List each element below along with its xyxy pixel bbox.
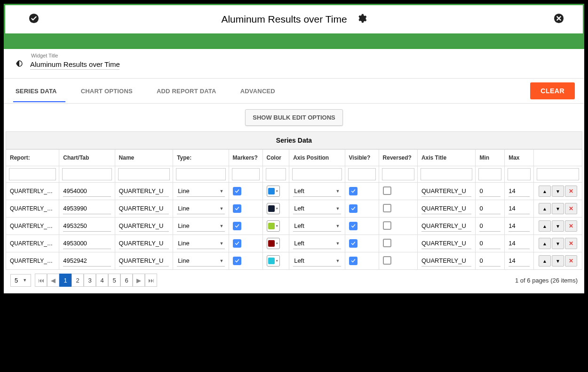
min-input[interactable]: [479, 220, 501, 232]
pager-prev[interactable]: ◀: [47, 274, 59, 287]
filter-input[interactable]: [62, 168, 111, 180]
filter-input[interactable]: [176, 168, 225, 180]
axis-title-input[interactable]: [421, 220, 472, 232]
move-down-button[interactable]: ▼: [552, 238, 564, 249]
filter-input[interactable]: [382, 168, 414, 180]
name-input[interactable]: [119, 220, 169, 232]
pager-page-2[interactable]: 2: [72, 274, 84, 287]
col-header[interactable]: Max: [505, 150, 534, 166]
max-input[interactable]: [509, 186, 530, 197]
move-down-button[interactable]: ▼: [552, 255, 564, 267]
filter-input[interactable]: [118, 168, 170, 180]
color-picker[interactable]: ▾: [267, 186, 280, 197]
filter-input[interactable]: [266, 168, 286, 180]
axis-position-select[interactable]: Left▼: [293, 203, 341, 214]
min-input[interactable]: [479, 238, 501, 249]
filter-input[interactable]: [292, 168, 342, 180]
checkbox-checked[interactable]: [233, 257, 241, 265]
type-select[interactable]: Line▼: [177, 203, 224, 214]
checkbox-unchecked[interactable]: [383, 221, 391, 230]
axis-title-input[interactable]: [421, 203, 472, 214]
filter-input[interactable]: [508, 168, 531, 180]
move-up-button[interactable]: ▲: [539, 186, 551, 197]
move-up-button[interactable]: ▲: [539, 203, 551, 214]
max-input[interactable]: [509, 220, 530, 232]
col-header[interactable]: Color: [262, 150, 289, 166]
checkbox-checked[interactable]: [349, 257, 358, 265]
gear-icon[interactable]: [357, 13, 367, 26]
widget-title-input[interactable]: [30, 59, 119, 70]
move-up-button[interactable]: ▲: [539, 238, 551, 249]
chart-input[interactable]: [63, 203, 111, 214]
tab-series-data[interactable]: SERIES DATA: [13, 80, 65, 102]
name-input[interactable]: [119, 203, 169, 214]
col-header[interactable]: Type:: [173, 150, 229, 166]
col-header[interactable]: Reversed?: [379, 150, 417, 166]
name-input[interactable]: [119, 238, 169, 249]
axis-position-select[interactable]: Left▼: [293, 186, 341, 197]
tab-add-report-data[interactable]: ADD REPORT DATA: [154, 80, 225, 102]
type-select[interactable]: Line▼: [177, 220, 224, 232]
col-header[interactable]: Markers?: [229, 150, 262, 166]
tab-advanced[interactable]: ADVANCED: [238, 80, 284, 102]
contrast-icon[interactable]: [15, 59, 24, 70]
max-input[interactable]: [509, 203, 530, 214]
type-select[interactable]: Line▼: [177, 238, 224, 249]
move-down-button[interactable]: ▼: [552, 220, 564, 232]
filter-input[interactable]: [421, 168, 473, 180]
checkbox-checked[interactable]: [233, 239, 241, 248]
filter-input[interactable]: [537, 168, 579, 180]
type-select[interactable]: Line▼: [177, 255, 224, 267]
col-header[interactable]: [533, 150, 582, 166]
min-input[interactable]: [479, 186, 501, 197]
axis-position-select[interactable]: Left▼: [293, 220, 341, 232]
checkbox-checked[interactable]: [349, 187, 358, 195]
move-down-button[interactable]: ▼: [552, 186, 564, 197]
col-header[interactable]: Name: [115, 150, 173, 166]
chart-input[interactable]: [63, 220, 111, 232]
col-header[interactable]: Chart/Tab: [59, 150, 115, 166]
col-header[interactable]: Axis Title: [417, 150, 476, 166]
color-picker[interactable]: ▾: [267, 255, 280, 267]
tab-chart-options[interactable]: CHART OPTIONS: [79, 80, 141, 102]
chart-input[interactable]: [63, 186, 111, 197]
max-input[interactable]: [509, 255, 530, 267]
col-header[interactable]: Report:: [6, 150, 59, 166]
name-input[interactable]: [119, 186, 169, 197]
axis-title-input[interactable]: [421, 186, 472, 197]
checkbox-checked[interactable]: [233, 204, 241, 213]
delete-button[interactable]: ✕: [565, 203, 577, 214]
filter-input[interactable]: [9, 168, 56, 180]
chart-input[interactable]: [63, 255, 111, 267]
pager-first[interactable]: ⏮: [35, 274, 47, 287]
delete-button[interactable]: ✕: [565, 186, 577, 197]
checkbox-checked[interactable]: [349, 222, 358, 230]
pager-last[interactable]: ⏭: [145, 274, 157, 287]
axis-position-select[interactable]: Left▼: [293, 238, 341, 249]
checkbox-checked[interactable]: [233, 187, 241, 195]
move-up-button[interactable]: ▲: [539, 220, 551, 232]
checkbox-checked[interactable]: [349, 204, 358, 213]
delete-button[interactable]: ✕: [565, 238, 577, 249]
max-input[interactable]: [509, 238, 530, 249]
close-icon[interactable]: [554, 13, 564, 25]
pager-page-1[interactable]: 1: [59, 274, 72, 287]
page-size-select[interactable]: 5▼: [10, 274, 31, 287]
checkbox-unchecked[interactable]: [383, 204, 391, 212]
delete-button[interactable]: ✕: [565, 220, 577, 232]
pager-page-5[interactable]: 5: [108, 274, 120, 287]
pager-next[interactable]: ▶: [133, 274, 145, 287]
chart-input[interactable]: [63, 238, 111, 249]
move-down-button[interactable]: ▼: [552, 203, 564, 214]
bulk-edit-button[interactable]: SHOW BULK EDIT OPTIONS: [245, 109, 343, 126]
move-up-button[interactable]: ▲: [539, 255, 551, 267]
checkbox-checked[interactable]: [349, 239, 358, 248]
filter-input[interactable]: [348, 168, 376, 180]
filter-input[interactable]: [232, 168, 260, 180]
color-picker[interactable]: ▾: [267, 238, 280, 249]
min-input[interactable]: [479, 203, 501, 214]
color-picker[interactable]: ▾: [267, 220, 280, 232]
filter-input[interactable]: [478, 168, 501, 180]
axis-title-input[interactable]: [421, 255, 472, 267]
checkbox-checked[interactable]: [233, 222, 241, 230]
